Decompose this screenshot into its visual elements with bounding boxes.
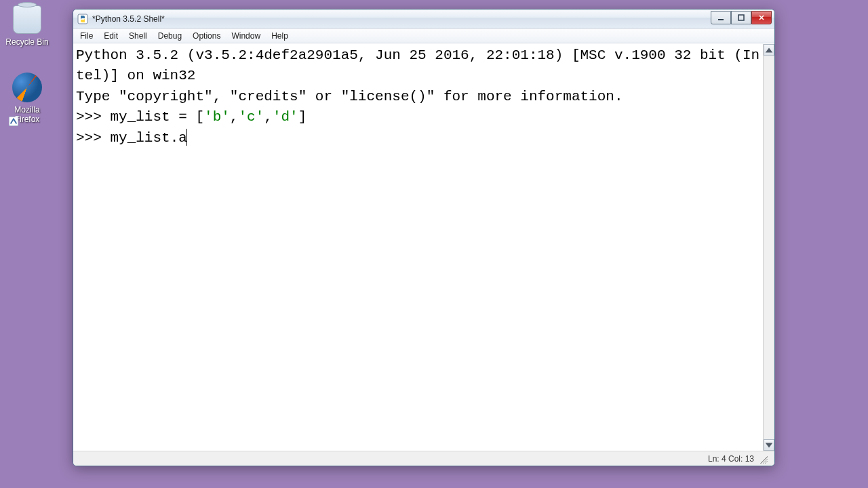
- text-cursor: [186, 129, 188, 146]
- svg-rect-2: [718, 19, 724, 20]
- menu-options[interactable]: Options: [187, 28, 226, 43]
- window-controls: [711, 11, 772, 24]
- menu-debug[interactable]: Debug: [153, 28, 187, 43]
- menu-shell[interactable]: Shell: [123, 28, 153, 43]
- scroll-up-icon: [764, 45, 774, 55]
- python-icon: [77, 14, 88, 24]
- maximize-button[interactable]: [731, 11, 751, 24]
- close-button[interactable]: [751, 11, 772, 24]
- shell-text-area[interactable]: Python 3.5.2 (v3.5.2:4def2a2901a5, Jun 2…: [73, 44, 763, 451]
- desktop-icon-firefox[interactable]: Mozilla Firefox: [3, 71, 51, 125]
- minimize-icon: [717, 14, 724, 21]
- scroll-down-icon: [764, 441, 774, 450]
- content-wrap: Python 3.5.2 (v3.5.2:4def2a2901a5, Jun 2…: [73, 43, 774, 451]
- svg-rect-3: [738, 15, 744, 20]
- desktop-icon-recycle-bin[interactable]: Recycle Bin: [3, 3, 51, 47]
- maximize-icon: [738, 14, 745, 21]
- titlebar[interactable]: *Python 3.5.2 Shell*: [73, 9, 774, 28]
- scroll-up-button[interactable]: [764, 44, 774, 56]
- menu-file[interactable]: File: [75, 28, 98, 43]
- recycle-bin-icon: [11, 3, 43, 36]
- idle-window: *Python 3.5.2 Shell* File Edit Shell Deb…: [73, 9, 775, 466]
- cursor-position: Ln: 4 Col: 13: [708, 454, 754, 464]
- menu-window[interactable]: Window: [226, 28, 266, 43]
- scroll-down-button[interactable]: [764, 439, 774, 451]
- minimize-button[interactable]: [711, 11, 731, 24]
- menubar: File Edit Shell Debug Options Window Hel…: [73, 28, 774, 43]
- menu-edit[interactable]: Edit: [98, 28, 123, 43]
- menu-help[interactable]: Help: [266, 28, 294, 43]
- window-title: *Python 3.5.2 Shell*: [92, 14, 711, 24]
- firefox-icon: [11, 71, 43, 104]
- statusbar: Ln: 4 Col: 13: [73, 451, 774, 466]
- desktop-icon-label: Recycle Bin: [3, 37, 51, 47]
- vertical-scrollbar[interactable]: [763, 44, 774, 451]
- close-icon: [758, 14, 765, 21]
- resize-grip[interactable]: [758, 454, 768, 464]
